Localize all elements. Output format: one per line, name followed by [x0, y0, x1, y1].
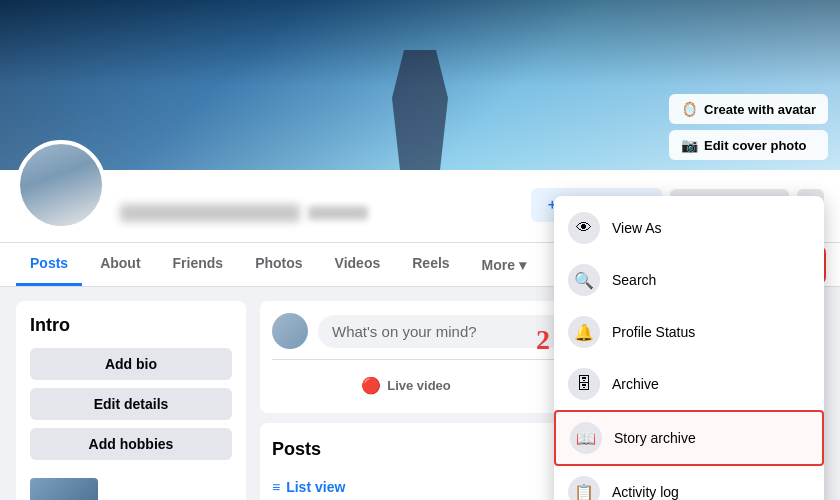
edit-cover-button[interactable]: 📷 Edit cover photo: [669, 130, 828, 160]
edit-details-button[interactable]: Edit details: [30, 388, 232, 420]
live-icon: 🔴: [361, 376, 381, 395]
add-bio-button[interactable]: Add bio: [30, 348, 232, 380]
create-avatar-button[interactable]: 🪞 Create with avatar: [669, 94, 828, 124]
photo-thumbnail: [30, 478, 98, 500]
archive-icon: 🗄: [568, 368, 600, 400]
user-mini-avatar: [272, 313, 308, 349]
create-avatar-label: Create with avatar: [704, 102, 816, 117]
tab-videos[interactable]: Videos: [321, 243, 395, 286]
chevron-down-icon: ▾: [519, 257, 526, 273]
view-as-icon: 👁: [568, 212, 600, 244]
bell-icon: 🔔: [568, 316, 600, 348]
activity-log-icon: 📋: [568, 476, 600, 500]
tab-photos[interactable]: Photos: [241, 243, 316, 286]
menu-item-search[interactable]: 🔍 Search: [554, 254, 824, 306]
tab-more[interactable]: More ▾: [468, 245, 540, 285]
tab-posts[interactable]: Posts: [16, 243, 82, 286]
list-icon: ≡: [272, 479, 280, 495]
menu-item-view-as[interactable]: 👁 View As: [554, 202, 824, 254]
menu-item-story-archive[interactable]: 📖 Story archive: [554, 410, 824, 466]
tab-about[interactable]: About: [86, 243, 154, 286]
label-2-indicator: 2: [536, 324, 550, 356]
tab-friends[interactable]: Friends: [159, 243, 238, 286]
intro-title: Intro: [30, 315, 232, 336]
story-archive-icon: 📖: [570, 422, 602, 454]
posts-title: Posts: [272, 439, 321, 460]
avatar-icon: 🪞: [681, 101, 698, 117]
profile-name: [120, 204, 531, 230]
avatar: [16, 140, 106, 230]
intro-section: Intro Add bio Edit details Add hobbies: [16, 301, 246, 500]
add-hobbies-button[interactable]: Add hobbies: [30, 428, 232, 460]
menu-item-archive[interactable]: 🗄 Archive: [554, 358, 824, 410]
menu-item-profile-status[interactable]: 🔔 Profile Status: [554, 306, 824, 358]
tab-reels[interactable]: Reels: [398, 243, 463, 286]
live-video-button[interactable]: 🔴 Live video: [272, 370, 540, 401]
left-sidebar: Intro Add bio Edit details Add hobbies: [16, 301, 246, 500]
edit-cover-label: Edit cover photo: [704, 138, 807, 153]
cover-photo: 🪞 Create with avatar 📷 Edit cover photo: [0, 0, 840, 170]
menu-item-activity-log[interactable]: 📋 Activity log: [554, 466, 824, 500]
dropdown-menu: 👁 View As 🔍 Search 🔔 Profile Status 🗄 Ar…: [554, 196, 824, 500]
camera-icon: 📷: [681, 137, 698, 153]
search-icon: 🔍: [568, 264, 600, 296]
